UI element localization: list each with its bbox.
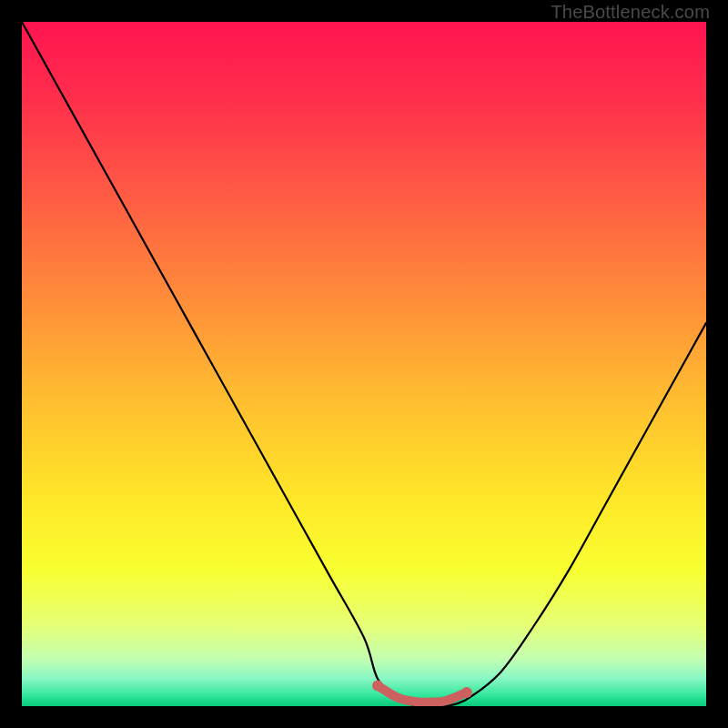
- plot-area: [22, 22, 706, 706]
- bottleneck-curve-chart: [22, 22, 706, 706]
- valley-end-dot: [461, 687, 472, 698]
- chart-frame: TheBottleneck.com: [0, 0, 728, 728]
- valley-start-dot: [372, 680, 383, 691]
- gradient-background: [22, 22, 706, 706]
- watermark-text: TheBottleneck.com: [551, 2, 710, 23]
